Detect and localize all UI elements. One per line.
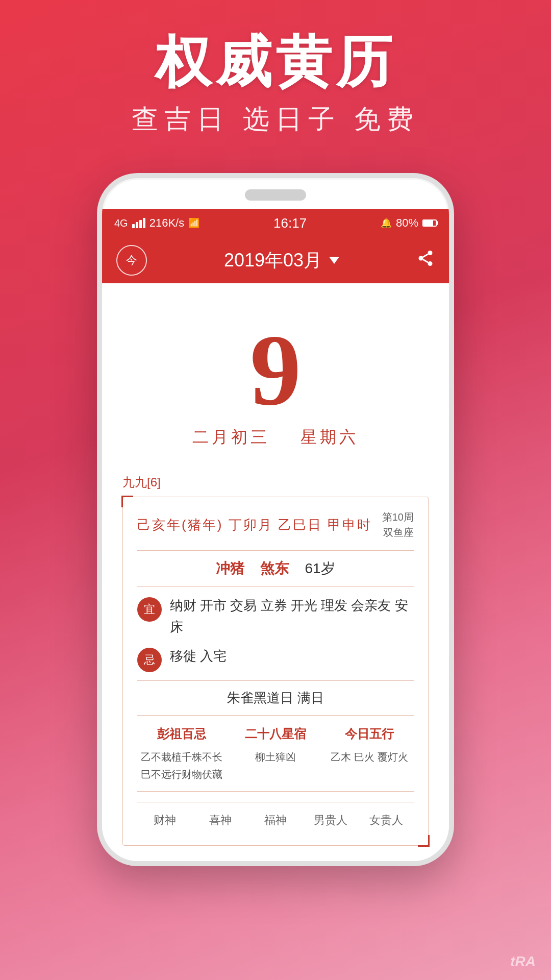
signal-bars (132, 218, 145, 228)
god-fushen: 福神 (248, 813, 303, 828)
god-caishen: 财神 (137, 813, 192, 828)
divider-3 (137, 680, 414, 681)
yi-badge: 宜 (137, 597, 162, 622)
wuxing-title: 今日五行 (325, 726, 414, 742)
age-text: 61岁 (305, 560, 335, 576)
yi-content: 纳财 开市 交易 立券 开光 理发 会亲友 安床 (170, 595, 414, 638)
lunar-date: 二月初三 (192, 428, 270, 446)
ganzhi-row: 己亥年(猪年) 丁卯月 乙巳日 甲申时 第10周 双鱼座 (137, 509, 414, 540)
pengzu-line2: 巳不远行财物伏藏 (137, 766, 226, 783)
battery-percent: 80% (396, 216, 418, 230)
footer-gods: 财神 喜神 福神 男贵人 女贵人 (137, 802, 414, 833)
xingxiu-title: 二十八星宿 (231, 726, 320, 742)
status-time: 16:17 (273, 215, 307, 231)
divider-2 (137, 586, 414, 587)
svg-point-2 (428, 261, 432, 266)
god-nv-guiren: 女贵人 (359, 813, 414, 828)
nine-nine-badge: 九九[6] (122, 474, 429, 491)
ji-row: 忌 移徙 入宅 (137, 646, 414, 672)
svg-line-3 (423, 259, 428, 262)
phone-wrapper: 4G 216K/s 📶 16:17 🔔 80% (0, 173, 551, 866)
divider-1 (137, 550, 414, 551)
chong-text: 冲猪 (216, 560, 244, 576)
col-pengzu: 彭祖百忌 乙不栽植千株不长 巳不远行财物伏藏 (137, 726, 226, 783)
share-button[interactable] (416, 249, 435, 272)
phone-frame: 4G 216K/s 📶 16:17 🔔 80% (97, 173, 454, 866)
status-right: 🔔 80% (381, 216, 437, 230)
wuxing-body: 乙木 巳火 覆灯火 (325, 748, 414, 766)
week-zodiac: 第10周 双鱼座 (382, 509, 414, 540)
battery-icon (422, 219, 437, 227)
col-wuxing: 今日五行 乙木 巳火 覆灯火 (325, 726, 414, 783)
today-button[interactable]: 今 (116, 245, 147, 276)
status-left: 4G 216K/s 📶 (114, 216, 199, 230)
pengzu-line1: 乙不栽植千株不长 (137, 748, 226, 766)
wifi-icon: 📶 (188, 217, 199, 229)
watermark: tRA (510, 953, 536, 970)
xingxiu-body: 柳土獐凶 (231, 748, 320, 766)
calendar-content: 9 二月初三 星期六 九九[6] 己亥年(猪年) 丁卯月 乙巳日 甲申时 第10… (102, 283, 449, 861)
month-label: 2019年03月 (224, 248, 322, 273)
week-num: 第10周 (382, 509, 414, 525)
promo-section: 权威黄历 查吉日 选日子 免费 (0, 0, 551, 158)
three-cols: 彭祖百忌 乙不栽植千株不长 巳不远行财物伏藏 二十八星宿 柳土獐凶 今日五行 乙… (137, 726, 414, 783)
promo-subtitle: 查吉日 选日子 免费 (0, 102, 551, 137)
pengzu-title: 彭祖百忌 (137, 726, 226, 742)
lunar-date-weekday: 二月初三 星期六 (122, 426, 429, 449)
zodiac: 双鱼座 (382, 525, 414, 540)
svg-line-4 (423, 254, 428, 257)
big-day-number: 9 (122, 319, 429, 421)
status-bar: 4G 216K/s 📶 16:17 🔔 80% (102, 209, 449, 237)
yi-row: 宜 纳财 开市 交易 立券 开光 理发 会亲友 安床 (137, 595, 414, 638)
alarm-icon: 🔔 (381, 217, 392, 229)
month-selector[interactable]: 2019年03月 (224, 248, 339, 273)
dropdown-arrow-icon (329, 257, 339, 264)
svg-point-1 (418, 256, 423, 261)
promo-title: 权威黄历 (0, 31, 551, 92)
today-label: 今 (126, 253, 137, 268)
weekday: 星期六 (300, 428, 359, 446)
chong-row: 冲猪 煞东 61岁 (137, 559, 414, 578)
god-nan-guiren: 男贵人 (303, 813, 358, 828)
speed-label: 216K/s (149, 216, 185, 230)
ji-badge: 忌 (137, 648, 162, 672)
big-date-area: 9 二月初三 星期六 (122, 299, 429, 459)
pengzu-body: 乙不栽植千株不长 巳不远行财物伏藏 (137, 748, 226, 783)
svg-point-0 (428, 251, 432, 255)
god-xishen: 喜神 (192, 813, 247, 828)
ji-content: 移徙 入宅 (170, 646, 414, 667)
ganzhi-text: 己亥年(猪年) 丁卯月 乙巳日 甲申时 (137, 516, 372, 534)
signal-label: 4G (114, 217, 128, 229)
app-header: 今 2019年03月 (102, 237, 449, 283)
sha-text: 煞东 (260, 560, 289, 576)
divider-5 (137, 791, 414, 792)
divider-4 (137, 715, 414, 716)
detail-card: 己亥年(猪年) 丁卯月 乙巳日 甲申时 第10周 双鱼座 冲猪 煞东 61岁 (122, 497, 429, 846)
col-xingxiu: 二十八星宿 柳土獐凶 (231, 726, 320, 783)
black-day-row: 朱雀黑道日 满日 (137, 689, 414, 707)
